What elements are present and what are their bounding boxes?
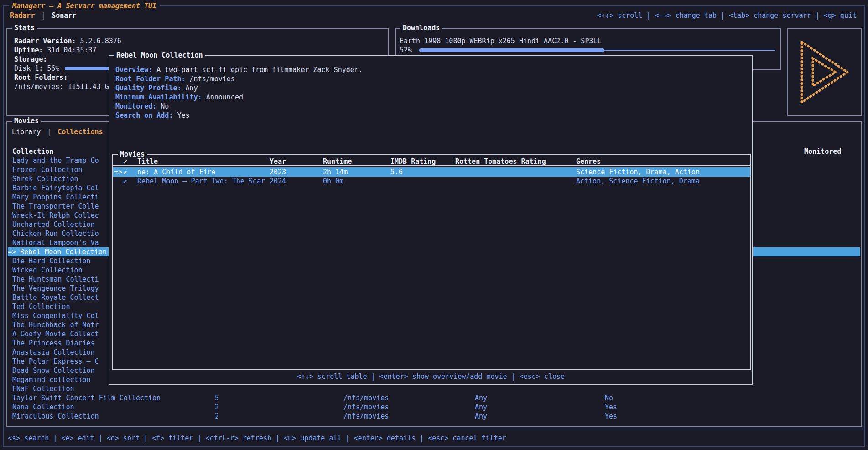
collection-detail-fields: Overview: A two-part sci-fi epic from fi…	[115, 65, 747, 120]
detail-field: Root Folder Path: /nfs/movies	[115, 74, 747, 84]
collection-row[interactable]: Taylor Swift Concert Film Collection5/nf…	[8, 393, 860, 403]
collection-name: Megamind collection	[12, 375, 91, 384]
collection-row[interactable]: Nana Collection2/nfs/moviesAnyYes	[8, 403, 860, 412]
detail-field-label: Overview:	[115, 66, 156, 74]
servarr-tab-bar: Radarr | Sonarr <↑↓> scroll | <←→> chang…	[10, 11, 857, 20]
collection-name: Nana Collection	[12, 403, 74, 412]
detail-field-label: Quality Profile:	[115, 84, 186, 92]
movies-column-header: Rotten Tomatoes Rating	[455, 157, 546, 166]
tab-separator: |	[47, 127, 51, 136]
collection-name: The Princess Diaries	[12, 339, 95, 348]
uptime-label: Uptime:	[14, 46, 43, 55]
tab-sonarr[interactable]: Sonarr	[52, 11, 76, 20]
monitored-check-column-icon: ✔	[123, 157, 127, 166]
collection-name: National Lampoon's Va	[12, 238, 99, 247]
collection-name: Mary Poppins Collecti	[12, 193, 99, 202]
detail-field-label: Monitored:	[115, 102, 161, 110]
detail-field-value: Announced	[206, 93, 243, 101]
collection-name: Battle Royale Collect	[12, 293, 99, 302]
collection-name: Lady and the Tramp Co	[12, 156, 99, 165]
collection-cell: Yes	[605, 412, 617, 421]
modal-title: Rebel Moon Collection	[114, 51, 205, 60]
collection-cell: 2	[215, 412, 219, 421]
tab-radarr[interactable]: Radarr	[10, 11, 35, 20]
managarr-screen: Managarr — A Servarr management TUI Rada…	[0, 0, 868, 450]
collection-name: Miss Congeniality Col	[12, 311, 99, 320]
selection-marker: =>	[114, 167, 122, 177]
movie-cell: Science Fiction, Drama, Action	[576, 167, 700, 177]
collection-name: A Goofy Movie Collect	[12, 330, 99, 339]
tab-collections[interactable]: Collections	[57, 127, 103, 136]
app-title: Managarr — A Servarr management TUI	[9, 1, 160, 10]
collection-cell: /nfs/movies	[343, 412, 389, 421]
collection-name: Miraculous Collection	[12, 412, 99, 421]
movies-column-header: Runtime	[323, 157, 352, 166]
bottom-keybinds: <s> search | <e> edit | <o> sort | <f> f…	[8, 434, 506, 443]
collection-name: => Rebel Moon Collection	[8, 247, 107, 256]
version-value: 5.2.6.8376	[80, 37, 121, 46]
radarr-logo-icon	[796, 37, 853, 107]
movies-column-header: Genres	[576, 157, 601, 166]
movies-table-header: ✔TitleYearRuntimeIMDB RatingRotten Tomat…	[113, 157, 750, 166]
bottom-bar-separator	[3, 429, 865, 429]
collection-name: Anastasia Collection	[12, 348, 95, 357]
collection-name: Chicken Run Collectio	[12, 229, 99, 238]
collection-name: The Transporter Colle	[12, 202, 99, 211]
collection-details-modal: Rebel Moon Collection Overview: A two-pa…	[109, 55, 753, 385]
movie-cell: 2023	[270, 167, 286, 177]
collection-name: Uncharted Collection	[12, 220, 95, 229]
monitored-check-icon: ✔	[123, 177, 127, 186]
collection-row[interactable]: FNaF Collection	[8, 384, 860, 393]
detail-field-label: Search on Add:	[115, 111, 177, 120]
detail-field-label: Minimum Availability:	[115, 93, 206, 101]
collection-cell: 5	[215, 393, 219, 403]
collection-cell: Yes	[605, 403, 617, 412]
collection-name: Taylor Swift Concert Film Collection	[12, 393, 161, 403]
collection-cell: /nfs/movies	[343, 393, 389, 403]
detail-field: Monitored: No	[115, 102, 747, 111]
collection-name: Dead Snow Collection	[12, 366, 95, 375]
collection-name: The Vengeance Trilogy	[12, 284, 99, 293]
detail-field-label: Root Folder Path:	[115, 75, 190, 83]
collection-name: Wreck-It Ralph Collec	[12, 211, 99, 220]
downloads-panel-title: Downloads	[400, 23, 442, 32]
detail-field-value: No	[161, 102, 169, 110]
disk-usage-label: Disk 1: 56%	[14, 64, 59, 73]
collection-cell: Any	[475, 412, 487, 421]
movies-column-header: IMDB Rating	[390, 157, 436, 166]
movie-cell: 0h 0m	[323, 177, 343, 186]
collection-name: Barbie Fairytopia Col	[12, 183, 99, 193]
movies-table-rows: =>✔ne: A Child of Fire20232h 14m5.6Scien…	[113, 167, 750, 186]
movie-cell: 2024	[270, 177, 286, 186]
version-line: Radarr Version: 5.2.6.8376	[14, 37, 383, 46]
collection-cell: Any	[475, 403, 487, 412]
movies-column-header: Year	[270, 157, 286, 166]
movie-cell: 5.6	[390, 167, 403, 177]
download-progress-gauge	[419, 46, 775, 55]
collection-row[interactable]: Miraculous Collection2/nfs/moviesAnyYes	[8, 412, 860, 421]
movie-cell: ne: A Child of Fire	[137, 167, 216, 177]
collection-name: FNaF Collection	[12, 384, 74, 393]
uptime-value: 31d 04:35:37	[47, 46, 96, 55]
collection-cell: Any	[475, 393, 487, 403]
tab-library[interactable]: Library	[12, 127, 41, 136]
monitored-check-icon: ✔	[123, 167, 127, 177]
detail-field: Overview: A two-part sci-fi epic from fi…	[115, 65, 747, 74]
movie-cell: Action, Science Fiction, Drama	[576, 177, 700, 186]
monitored-column-header: Monitored	[804, 147, 841, 156]
detail-field-value: Any	[186, 84, 198, 92]
movie-row[interactable]: =>✔ne: A Child of Fire20232h 14m5.6Scien…	[113, 167, 750, 177]
download-percent-label: 52%	[400, 46, 419, 55]
movie-cell: 2h 14m	[323, 167, 348, 177]
detail-field: Quality Profile: Any	[115, 84, 747, 93]
collection-column-header: Collection	[12, 147, 53, 156]
collection-name: Wicked Collection	[12, 266, 83, 275]
movie-row[interactable]: ✔Rebel Moon – Part Two: The Scar20240h 0…	[113, 177, 750, 186]
detail-field-value: /nfs/movies	[190, 75, 235, 83]
download-item-name: Earth 1998 1080p WEBRip x265 Hindi AAC2.…	[400, 37, 775, 46]
movie-cell: Rebel Moon – Part Two: The Scar	[137, 177, 265, 186]
collection-name: Shrek Collection	[12, 174, 78, 183]
detail-field-value: Yes	[177, 111, 189, 120]
collection-cell: /nfs/movies	[343, 403, 389, 412]
detail-field: Minimum Availability: Announced	[115, 93, 747, 102]
